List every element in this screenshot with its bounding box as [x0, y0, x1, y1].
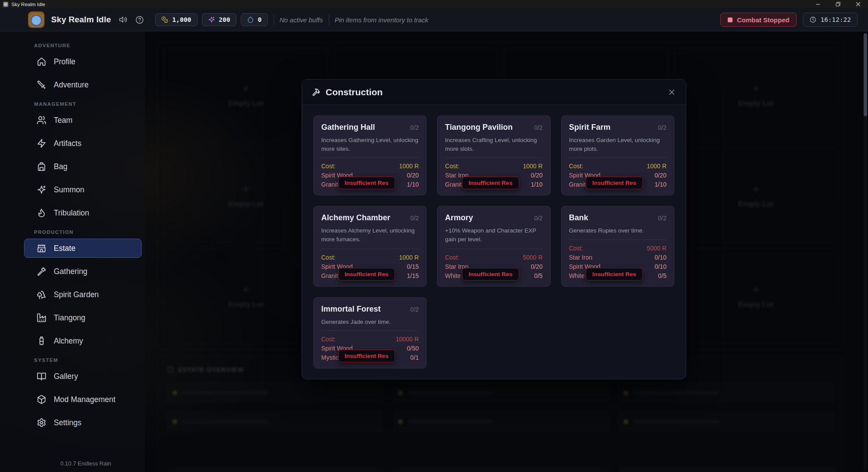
book-open-icon — [37, 371, 46, 381]
sparkles-icon — [208, 16, 215, 23]
cost-value: 1000 R — [399, 162, 419, 171]
sidebar-item-tribulation[interactable]: Tribulation — [24, 203, 142, 222]
sidebar-item-label: Tiangong — [54, 313, 85, 323]
clock-display: 16:12:22 — [803, 13, 858, 27]
building-card-armory[interactable]: Armory0/2+10% Weapon and Character EXP g… — [437, 206, 550, 287]
cost-row: Cost:5000 R — [569, 244, 667, 253]
scrollbar[interactable] — [864, 33, 867, 470]
card-divider — [569, 157, 667, 158]
currency-bar: 1,0002000 — [155, 13, 268, 26]
building-card-alchemy-chamber[interactable]: Alchemy Chamber0/2Increases Alchemy Leve… — [313, 206, 427, 287]
sidebar-item-label: Profile — [54, 57, 76, 66]
os-titlebar: Sky Realm Idle — [0, 0, 868, 8]
sidebar-item-team[interactable]: Team — [24, 111, 142, 130]
factory-icon — [37, 313, 46, 323]
sidebar-item-gathering[interactable]: Gathering — [24, 262, 142, 281]
cost-label: Cost: — [321, 253, 336, 262]
sidebar-item-summon[interactable]: Summon — [24, 180, 142, 199]
building-card-gathering-hall[interactable]: Gathering Hall0/2Increases Gathering Lev… — [313, 115, 427, 195]
sidebar-item-gallery[interactable]: Gallery — [24, 367, 142, 386]
help-icon[interactable] — [135, 16, 144, 24]
currency-pill-flame: 0 — [241, 13, 268, 26]
buff-status: No active buffs — [280, 16, 323, 24]
cost-label: Cost: — [569, 162, 583, 171]
insufficient-res-badge: Insufficient Res — [338, 350, 396, 362]
building-description: Increases Gathering Level, unlocking mor… — [321, 136, 419, 153]
cost-label: Cost: — [321, 162, 336, 171]
building-name: Spirit Farm — [569, 123, 611, 132]
modal-title: Construction — [326, 87, 383, 97]
currency-value: 1,000 — [172, 16, 191, 23]
building-name: Tiangong Pavilion — [445, 123, 513, 132]
currency-pill-essence: 200 — [202, 13, 236, 26]
version-label: 0.10.7 Endless Rain — [60, 460, 111, 467]
card-divider — [321, 249, 419, 249]
cost-row: Cost:1000 R — [445, 162, 542, 171]
pickaxe-icon — [37, 267, 46, 276]
jar-icon — [37, 336, 46, 346]
building-cost-list: Cost:1000 RStar Iron0/20Granite1/10Insuf… — [445, 162, 542, 189]
insufficient-res-badge: Insufficient Res — [586, 177, 643, 189]
building-card-bank[interactable]: Bank0/2Generates Rupies over time.Cost:5… — [561, 206, 674, 287]
clock-value: 16:12:22 — [820, 16, 851, 23]
building-count: 0/2 — [410, 124, 419, 131]
trees-icon — [37, 290, 46, 299]
combat-stopped-button[interactable]: Combat Stopped — [720, 13, 797, 27]
close-button[interactable] — [848, 0, 868, 8]
header-divider — [329, 14, 329, 25]
sidebar-item-label: Spirit Garden — [54, 290, 99, 299]
modal-close-icon[interactable] — [667, 88, 676, 97]
sidebar-item-alchemy[interactable]: Alchemy — [24, 331, 142, 351]
scrollbar-thumb[interactable] — [864, 33, 867, 116]
construction-modal: Construction Gathering Hall0/2Increases … — [302, 79, 686, 379]
sidebar-item-adventure[interactable]: Adventure — [24, 75, 142, 94]
sidebar-section-label: SYSTEM — [34, 357, 145, 363]
header-divider — [274, 14, 274, 25]
card-divider — [445, 157, 542, 158]
restore-button[interactable] — [828, 0, 848, 8]
cost-value: 5000 R — [647, 244, 667, 253]
cost-label: Cost: — [569, 244, 583, 253]
cost-value: 1000 R — [523, 162, 543, 171]
cost-value: 5000 R — [523, 253, 543, 262]
sidebar-item-artifacts[interactable]: Artifacts — [24, 134, 142, 153]
resource-value: 0/15 — [407, 262, 419, 271]
sidebar-item-bag[interactable]: Bag — [24, 157, 142, 176]
cost-row: Cost:1000 R — [321, 253, 419, 262]
castle-icon — [37, 243, 46, 253]
sidebar-item-tiangong[interactable]: Tiangong — [24, 308, 142, 327]
hammer-icon — [312, 88, 320, 97]
package-icon — [37, 395, 46, 404]
resource-value: 0/20 — [407, 171, 419, 180]
building-card-tiangong-pavilion[interactable]: Tiangong Pavilion0/2Increases Crafting L… — [437, 115, 550, 195]
sidebar-item-profile[interactable]: Profile — [24, 52, 142, 71]
building-description: Generates Jade over time. — [321, 318, 419, 326]
building-cost-list: Cost:1000 RSpirit Wood0/20Granite1/10Ins… — [321, 162, 419, 189]
sidebar-item-label: Mod Management — [54, 395, 115, 404]
flame-icon — [37, 208, 46, 218]
cost-row: Cost:5000 R — [445, 253, 542, 262]
sidebar-item-estate[interactable]: Estate — [24, 239, 142, 258]
sidebar-item-spirit-garden[interactable]: Spirit Garden — [24, 285, 142, 304]
sidebar-item-label: Settings — [54, 418, 81, 427]
building-count: 0/2 — [658, 124, 667, 131]
resource-value: 0/1 — [410, 353, 419, 362]
os-window-title: Sky Realm Idle — [11, 2, 45, 7]
sidebar-section-label: PRODUCTION — [34, 229, 145, 235]
sidebar-item-label: Artifacts — [54, 139, 81, 148]
sidebar-item-mod-management[interactable]: Mod Management — [24, 390, 142, 409]
resource-value: 1/15 — [407, 271, 419, 281]
stop-icon — [728, 17, 733, 22]
app-header: Sky Realm Idle 1,0002000 No active buffs… — [0, 8, 868, 31]
resource-value: 0/20 — [531, 262, 542, 271]
coins-icon — [161, 16, 168, 23]
building-card-spirit-farm[interactable]: Spirit Farm0/2Increases Garden Level, un… — [561, 115, 674, 195]
building-card-immortal-forest[interactable]: Immortal Forest0/2Generates Jade over ti… — [313, 297, 427, 369]
game-logo — [28, 11, 45, 28]
building-description: Increases Alchemy Level, unlocking more … — [321, 226, 419, 244]
minimize-button[interactable] — [808, 0, 828, 8]
building-description: Generates Rupies over time. — [569, 226, 667, 235]
volume-icon[interactable] — [119, 15, 128, 24]
sidebar-item-settings[interactable]: Settings — [24, 413, 142, 432]
building-description: Increases Garden Level, unlocking more p… — [569, 136, 667, 153]
